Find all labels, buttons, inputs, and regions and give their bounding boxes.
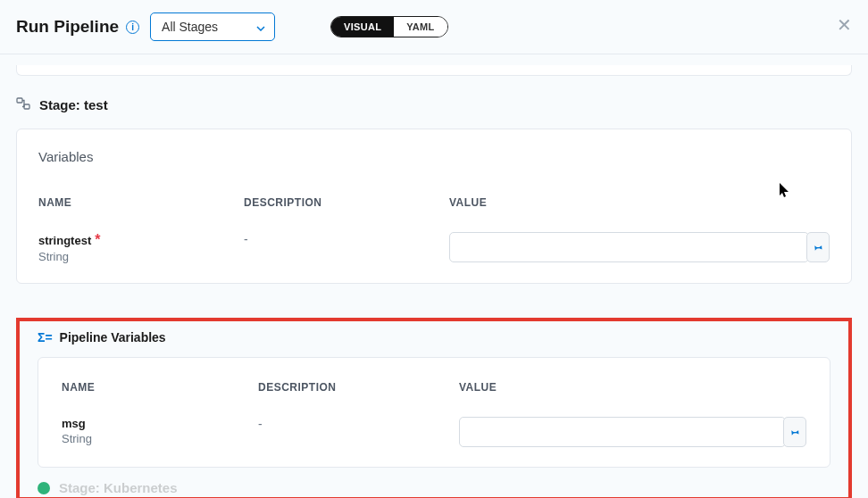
pipeline-variables-highlight: Σ= Pipeline Variables NAME DESCRIPTION V…	[16, 318, 852, 498]
run-pipeline-header: Run Pipeline i All Stages VISUAL YAML ✕	[0, 0, 868, 54]
variable-name: stringtest	[38, 234, 91, 247]
variables-section-title: Variables	[38, 149, 830, 164]
stage-selector-value: All Stages	[162, 20, 218, 34]
pin-button[interactable]	[806, 232, 830, 262]
stage-variables-card: Variables NAME DESCRIPTION VALUE stringt…	[16, 129, 852, 284]
pv-col-value-header: VALUE	[459, 381, 806, 394]
variables-grid: NAME DESCRIPTION VALUE stringtest* Strin…	[38, 196, 830, 263]
pv-pin-button[interactable]	[783, 417, 806, 447]
col-description-header: DESCRIPTION	[244, 196, 440, 209]
stage-status-icon	[38, 482, 50, 494]
pv-variable-name: msg	[62, 417, 249, 430]
svg-rect-0	[17, 98, 22, 103]
stage-selector[interactable]: All Stages	[150, 12, 275, 41]
info-icon[interactable]: i	[126, 21, 139, 34]
col-name-header: NAME	[38, 196, 235, 209]
previous-section-tail	[16, 65, 852, 76]
pipeline-variables-title: Pipeline Variables	[60, 330, 166, 344]
variable-value-cell	[449, 232, 830, 263]
next-stage-label: Stage: Kubernetes	[59, 480, 178, 495]
pipeline-variables-grid: NAME DESCRIPTION VALUE msg String -	[62, 381, 806, 447]
variable-name-cell: stringtest* String	[38, 232, 235, 263]
sigma-icon: Σ=	[38, 330, 53, 344]
pv-variable-type: String	[62, 432, 249, 445]
page-title: Run Pipeline	[16, 17, 119, 37]
variable-type: String	[38, 250, 235, 263]
close-icon[interactable]: ✕	[837, 14, 852, 36]
pipeline-variables-card: NAME DESCRIPTION VALUE msg String -	[38, 357, 830, 468]
stage-label: Stage: test	[39, 97, 108, 112]
variable-value-input[interactable]	[449, 232, 809, 262]
pv-variable-description: -	[258, 417, 450, 447]
pv-variable-value-input[interactable]	[459, 417, 786, 447]
view-toggle-yaml[interactable]: YAML	[394, 17, 447, 37]
stage-icon	[16, 97, 30, 112]
pv-variable-value-cell	[459, 417, 806, 447]
variable-description: -	[244, 232, 440, 263]
pipeline-variables-header: Σ= Pipeline Variables	[38, 330, 830, 344]
chevron-down-icon	[256, 20, 265, 34]
view-toggle-visual[interactable]: VISUAL	[331, 17, 394, 37]
pv-col-description-header: DESCRIPTION	[258, 381, 450, 394]
pv-col-name-header: NAME	[62, 381, 249, 394]
required-mark: *	[95, 232, 100, 247]
pv-variable-name-cell: msg String	[62, 417, 249, 447]
svg-rect-1	[24, 104, 29, 109]
col-value-header: VALUE	[449, 196, 830, 209]
next-stage-row: Stage: Kubernetes	[38, 480, 830, 497]
view-toggle: VISUAL YAML	[330, 16, 448, 37]
content-area: Stage: test Variables NAME DESCRIPTION V…	[0, 54, 868, 498]
stage-header-row: Stage: test	[16, 97, 852, 112]
